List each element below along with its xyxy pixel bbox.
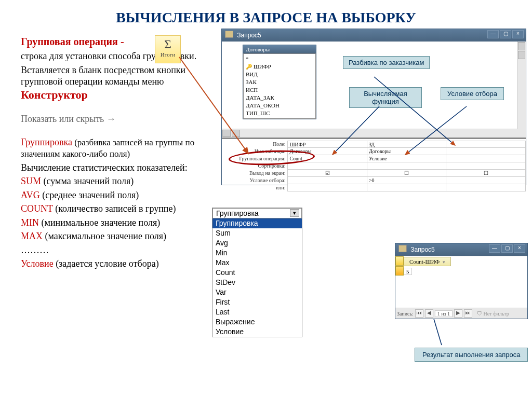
grid-cell[interactable]: ШИФР [287,141,367,148]
field-item[interactable]: ИСП [246,86,313,94]
text-line: (задается условие отбора) [54,258,159,269]
grid-cell-checkbox[interactable]: ☐ [446,170,526,177]
current-row-selector[interactable] [395,266,404,276]
dropdown-item[interactable]: Var [212,287,302,297]
nav-first-button[interactable]: ⏮ [415,309,423,318]
grid-label-groupop: Групповая операция: [225,155,287,162]
grid-cell[interactable]: ЗД [367,141,447,148]
grid-cell[interactable] [446,162,526,170]
grid-cell[interactable] [367,162,447,170]
window-icon [398,245,407,252]
grid-cell-checkbox[interactable]: ☐ [367,170,447,177]
minimize-button[interactable]: — [489,244,500,253]
dropdown-item[interactable]: Выражение [212,317,302,327]
window-titlebar[interactable]: Запрос5 — ▢ × [222,29,526,42]
row-selector[interactable] [395,256,404,266]
term-min: MIN [21,217,39,228]
nav-position: 1 из 1 [435,310,453,317]
grid-cell[interactable] [287,184,367,191]
text-line: Вставляется в бланк посредством кнопки г… [21,65,185,87]
text-line: (минимальное значение поля) [39,217,160,228]
grid-label-show: Вывод на экран: [225,170,287,177]
field-item[interactable]: ТИП_ШС [246,109,313,117]
window-title-text: Запрос5 [410,246,434,253]
term-grouping: Группировка [21,137,72,147]
grid-label-sort: Сортировка: [225,162,287,170]
totals-button[interactable]: Σ Итоги [155,35,181,63]
text-line: (среднее значений поля) [40,190,139,200]
grid-label-or: или: [225,184,287,191]
minimize-button[interactable]: — [487,30,499,38]
callout-condition: Условие отбора [441,87,504,100]
maximize-button[interactable]: ▢ [500,30,511,38]
term-sum: SUM [21,176,41,186]
column-header[interactable]: Count-ШИФ [404,257,451,266]
query-result-window: Запрос5 — ▢ × Count-ШИФ 5 Запись: ⏮ ◀ 1 … [395,243,528,319]
grid-cell[interactable] [287,162,367,170]
groupop-dropdown[interactable]: Группировка Группировка Sum Avg Min Max … [212,208,302,337]
grid-cell[interactable] [446,177,526,184]
design-grid[interactable]: Поле: ШИФР ЗД Имя таблицы: Договоры Дого… [225,141,526,183]
callout-function: Вычисляемая функция [349,87,422,108]
dropdown-item[interactable]: Sum [212,228,302,238]
field-item[interactable]: * [246,55,313,63]
field-item[interactable]: ВИД [246,71,313,78]
term-condition: Условие [21,258,54,269]
grid-label-table: Имя таблицы: [225,148,287,155]
dropdown-item[interactable]: Count [212,268,302,278]
callout-groupby: Разбивка по заказчикам [343,56,430,69]
dropdown-item[interactable]: StDev [212,278,302,287]
dropdown-item[interactable]: First [212,297,302,307]
close-button[interactable]: × [512,30,524,38]
dropdown-item[interactable]: Last [212,307,302,317]
text-show-hide: Показать или скрыть → [21,113,213,125]
grid-cell[interactable]: Договоры [287,148,367,155]
grid-label-cond: Условие отбора: [225,177,287,184]
key-icon: 🔑 [246,64,252,70]
grid-cell[interactable]: >0 [367,177,447,184]
grid-cell-checkbox[interactable]: ☑ [287,170,367,177]
window-titlebar[interactable]: Запрос5 — ▢ × [395,243,527,256]
table-fieldlist[interactable]: Договоры * 🔑 ШИФР ВИД ЗАК ИСП ДАТА_ЗАК Д… [243,45,316,119]
nav-prev-button[interactable]: ◀ [425,309,433,318]
text-dots: ……… [21,244,213,256]
field-item[interactable]: ДАТА_ЗАК [246,94,313,102]
result-cell[interactable]: 5 [404,268,412,275]
maximize-button[interactable]: ▢ [501,244,513,253]
grid-cell[interactable]: Договоры [367,148,447,155]
dropdown-item[interactable]: Max [212,258,302,268]
term-constructor: Конструктор [21,88,88,101]
grid-cell[interactable] [287,177,367,184]
grid-cell[interactable]: Count [287,155,367,162]
field-item[interactable]: ДАТА_ОКОН [246,102,313,109]
field-item[interactable]: 🔑 ШИФР [246,63,313,71]
nav-next-button[interactable]: ▶ [454,309,462,318]
table-name: Договоры [243,45,316,53]
grid-label-pole: Поле: [225,141,287,148]
grid-cell[interactable] [446,184,526,191]
totals-label: Итоги [155,51,180,58]
nav-last-button[interactable]: ⏭ [464,309,472,318]
horizontal-scrollbar[interactable] [222,129,517,138]
dropdown-item[interactable]: Условие [212,327,302,337]
close-button[interactable]: × [514,244,525,253]
window-title-text: Запрос5 [237,32,261,39]
nav-label: Запись: [397,311,414,317]
window-icon [225,31,233,38]
field-item[interactable]: ЗАК [246,78,313,86]
dropdown-item[interactable]: Группировка [212,218,302,228]
explanation-text: Групповая операция - строка для установк… [21,35,213,272]
grid-cell[interactable] [446,148,526,155]
filter-status: ⛉ Нет фильтр [477,311,509,317]
dropdown-selected[interactable]: Группировка [212,208,302,218]
dropdown-item[interactable]: Avg [212,238,302,248]
dropdown-item[interactable]: Min [212,248,302,258]
grid-cell[interactable] [446,155,526,162]
grid-cell[interactable]: Условие [367,155,447,162]
record-navigator[interactable]: Запись: ⏮ ◀ 1 из 1 ▶ ⏭ ⛉ Нет фильтр [395,308,527,319]
callout-result: Результат выполнения запроса [415,348,528,362]
grid-cell[interactable] [446,141,526,148]
grid-cell[interactable] [367,184,447,191]
term-max: MAX [21,231,43,241]
vertical-scrollbar[interactable] [517,42,526,138]
